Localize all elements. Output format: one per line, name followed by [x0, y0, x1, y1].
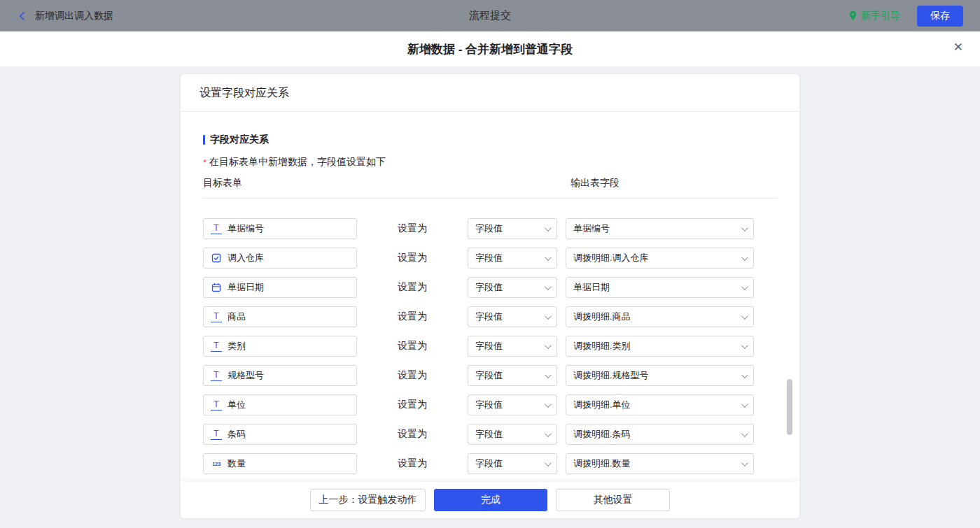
chevron-down-icon	[741, 342, 748, 349]
chevron-down-icon	[741, 371, 748, 378]
target-field-label: 条码	[227, 428, 246, 441]
target-field-label: 调入仓库	[227, 252, 264, 264]
target-field-box[interactable]: T 123 单据编号	[203, 218, 357, 239]
field-mapping-row: T 123 类别 设置为 字段值 调拨明细.类别	[203, 336, 799, 357]
field-mapping-row: T 123 条码 设置为 字段值 调拨明细.条码	[203, 424, 799, 445]
set-as-label: 设置为	[357, 311, 468, 323]
section-title: 字段对应关系	[203, 133, 799, 147]
topbar-back[interactable]: 新增调出调入数据	[17, 10, 113, 22]
chevron-down-icon	[741, 313, 748, 320]
section-accent-bar	[203, 135, 205, 145]
target-field-box[interactable]: T 123 商品	[203, 306, 357, 327]
card-content: 字段对应关系 * 在目标表单中新增数据，字段值设置如下 目标表单 输出表字段 T	[181, 112, 799, 482]
value-mode-select[interactable]: 字段值	[468, 218, 557, 239]
value-mode-text: 字段值	[475, 281, 503, 294]
output-field-text: 调拨明细.调入仓库	[573, 252, 649, 264]
card-title: 设置字段对应关系	[181, 74, 799, 112]
target-field-box[interactable]: T 123 单据日期	[203, 277, 357, 298]
back-chevron-icon[interactable]	[17, 10, 28, 22]
set-as-label: 设置为	[357, 222, 468, 235]
field-mapping-row: T 123 单据日期 设置为 字段值 单据日期	[203, 277, 799, 298]
text-field-icon: T	[211, 223, 222, 234]
target-field-box[interactable]: T 123 单位	[203, 394, 357, 415]
output-field-select[interactable]: 调拨明细.商品	[566, 306, 754, 327]
chevron-down-icon	[741, 224, 748, 231]
value-mode-select[interactable]: 字段值	[468, 336, 557, 357]
target-field-box[interactable]: T 123 类别	[203, 336, 357, 357]
value-mode-text: 字段值	[475, 428, 503, 441]
value-mode-select[interactable]: 字段值	[468, 365, 557, 386]
field-mapping-row: T 123 单据编号 设置为 字段值 单据编号	[203, 218, 799, 239]
chevron-down-icon	[545, 430, 552, 437]
value-mode-select[interactable]: 字段值	[468, 306, 557, 327]
target-field-label: 单据编号	[227, 222, 264, 235]
field-mapping-row: T 123 数量 设置为 字段值 调拨明细.数量	[203, 453, 799, 474]
field-mapping-row: T 123 单位 设置为 字段值 调拨明细.单位	[203, 394, 799, 415]
target-field-box[interactable]: T 123 条码	[203, 424, 357, 445]
target-field-label: 数量	[227, 457, 246, 470]
section-title-label: 字段对应关系	[210, 134, 269, 146]
output-field-select[interactable]: 调拨明细.数量	[566, 453, 754, 474]
output-field-select[interactable]: 单据日期	[566, 277, 754, 298]
set-as-label: 设置为	[357, 399, 468, 411]
text-field-icon: T	[211, 341, 222, 352]
chevron-down-icon	[741, 401, 748, 408]
value-mode-text: 字段值	[475, 311, 503, 323]
chevron-down-icon	[741, 430, 748, 437]
column-header-output-field: 输出表字段	[570, 178, 620, 188]
output-field-text: 调拨明细.商品	[573, 311, 631, 323]
output-field-text: 单据日期	[573, 281, 610, 294]
output-field-select[interactable]: 调拨明细.规格型号	[566, 365, 754, 386]
text-field-icon: T	[211, 311, 222, 322]
previous-step-button[interactable]: 上一步：设置触发动作	[310, 489, 426, 511]
field-mapping-row: T 123 商品 设置为 字段值 调拨明细.商品	[203, 306, 799, 327]
output-field-select[interactable]: 调拨明细.类别	[566, 336, 754, 357]
chevron-down-icon	[741, 254, 748, 261]
chevron-down-icon	[545, 401, 552, 408]
date-field-icon	[211, 282, 222, 293]
set-as-label: 设置为	[357, 252, 468, 264]
set-as-label: 设置为	[357, 340, 468, 352]
field-mapping-rows: T 123 单据编号 设置为 字段值 单据编号 T	[203, 218, 799, 482]
target-field-box[interactable]: T 123 数量	[203, 453, 357, 474]
text-field-icon: T	[211, 370, 222, 381]
target-field-box[interactable]: T 123 调入仓库	[203, 248, 357, 269]
target-field-label: 类别	[227, 340, 246, 352]
output-field-text: 调拨明细.条码	[573, 428, 631, 441]
output-field-text: 调拨明细.类别	[573, 340, 631, 352]
output-field-select[interactable]: 单据编号	[566, 218, 754, 239]
target-field-label: 商品	[227, 311, 246, 323]
value-mode-select[interactable]: 字段值	[468, 394, 557, 415]
other-settings-button[interactable]: 其他设置	[556, 489, 670, 511]
scrollbar-thumb[interactable]	[787, 379, 792, 435]
output-field-select[interactable]: 调拨明细.条码	[566, 424, 754, 445]
chevron-down-icon	[545, 283, 552, 290]
column-header-target-form: 目标表单	[203, 178, 570, 188]
output-field-text: 调拨明细.数量	[573, 457, 631, 470]
save-button[interactable]: 保存	[917, 6, 963, 27]
chevron-down-icon	[545, 313, 552, 320]
page-back-title: 新增调出调入数据	[35, 10, 113, 22]
value-mode-select[interactable]: 字段值	[468, 453, 557, 474]
output-field-select[interactable]: 调拨明细.单位	[566, 394, 754, 415]
close-icon[interactable]: ✕	[953, 41, 963, 53]
target-field-box[interactable]: T 123 规格型号	[203, 365, 357, 386]
value-mode-select[interactable]: 字段值	[468, 424, 557, 445]
description-text: 在目标表单中新增数据，字段值设置如下	[209, 156, 386, 169]
chevron-down-icon	[741, 283, 748, 290]
value-mode-text: 字段值	[475, 399, 503, 411]
target-field-label: 规格型号	[227, 369, 264, 382]
output-field-select[interactable]: 调拨明细.调入仓库	[566, 248, 754, 269]
value-mode-text: 字段值	[475, 340, 503, 352]
set-as-label: 设置为	[357, 281, 468, 294]
chevron-down-icon	[545, 254, 552, 261]
select-field-icon	[211, 252, 222, 264]
target-field-label: 单据日期	[227, 281, 264, 294]
beginner-guide-link[interactable]: 新手引导	[848, 10, 900, 22]
value-mode-select[interactable]: 字段值	[468, 248, 557, 269]
done-button[interactable]: 完成	[434, 489, 547, 511]
output-field-text: 调拨明细.单位	[573, 399, 631, 411]
value-mode-select[interactable]: 字段值	[468, 277, 557, 298]
text-field-icon: T	[211, 429, 222, 440]
chevron-down-icon	[545, 342, 552, 349]
